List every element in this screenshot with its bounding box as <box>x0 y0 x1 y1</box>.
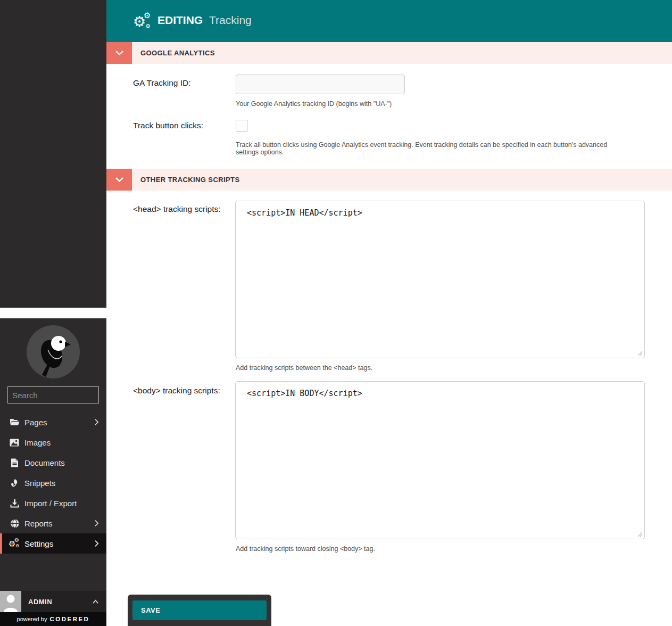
download-icon <box>9 499 20 508</box>
chevron-down-icon <box>115 177 124 183</box>
sidebar: Pages Images <box>0 318 106 626</box>
folder-open-icon <box>9 418 20 426</box>
chevron-right-icon[interactable] <box>94 520 99 527</box>
track-button-clicks-label: Track button clicks: <box>133 121 203 130</box>
track-button-clicks-help: Track all button clicks using Google Ana… <box>236 141 629 156</box>
powered-by-text: powered by <box>17 616 47 622</box>
save-button[interactable]: SAVE <box>132 600 267 620</box>
head-scripts-textarea[interactable]: <script>IN HEAD</script> <box>235 201 645 358</box>
head-scripts-label: <head> tracking scripts: <box>133 204 221 214</box>
page-title: EDITING Tracking <box>157 14 252 27</box>
body-scripts-label: <body> tracking scripts: <box>133 386 220 396</box>
page-title-mode: EDITING <box>157 14 203 26</box>
globe-icon <box>9 519 20 528</box>
collapse-section-button[interactable] <box>106 169 132 191</box>
sidebar-item-pages[interactable]: Pages <box>0 412 106 432</box>
section-title: GOOGLE ANALYTICS <box>140 42 215 64</box>
head-scripts-help: Add tracking scripts between the <head> … <box>236 364 372 372</box>
sidebar-spacer <box>0 0 106 308</box>
page-title-name: Tracking <box>209 14 252 26</box>
chevron-down-icon <box>115 50 124 56</box>
body-scripts-textarea[interactable]: <script>IN BODY</script> <box>235 381 645 539</box>
ga-tracking-id-label: GA Tracking ID: <box>133 78 191 88</box>
search-input[interactable] <box>8 391 122 400</box>
sidebar-item-label: Images <box>24 438 106 447</box>
cogs-icon: ⚙ ⚙ ⚙ <box>133 12 152 31</box>
sidebar-item-images[interactable]: Images <box>0 432 106 452</box>
page-header: ⚙ ⚙ ⚙ EDITING Tracking <box>106 0 672 42</box>
snippet-icon <box>9 479 20 488</box>
sidebar-item-import-export[interactable]: Import / Export <box>0 493 106 513</box>
section-other-tracking-scripts: OTHER TRACKING SCRIPTS <box>106 169 672 191</box>
sidebar-item-label: Documents <box>24 458 106 467</box>
collapse-section-button[interactable] <box>106 42 132 64</box>
body-scripts-help: Add tracking scripts toward closing <bod… <box>236 545 375 553</box>
sidebar-item-settings[interactable]: ⚙ ⚙ ⚙ Settings <box>0 533 106 554</box>
track-button-clicks-checkbox[interactable] <box>236 120 247 131</box>
sidebar-item-label: Settings <box>24 539 94 548</box>
sidebar-menu: Pages Images <box>0 412 106 554</box>
cogs-icon: ⚙ ⚙ ⚙ <box>9 538 20 549</box>
document-icon <box>9 458 20 467</box>
sidebar-item-label: Reports <box>24 519 94 528</box>
chevron-up-icon <box>92 599 99 604</box>
user-avatar <box>0 591 21 612</box>
codered-logo: CodeRed <box>49 616 89 622</box>
ga-tracking-id-help: Your Google Analytics tracking ID (begin… <box>236 100 392 108</box>
chevron-right-icon[interactable] <box>94 418 99 426</box>
chevron-right-icon[interactable] <box>94 540 99 547</box>
image-icon <box>9 439 20 447</box>
section-title: OTHER TRACKING SCRIPTS <box>140 169 239 191</box>
sidebar-item-snippets[interactable]: Snippets <box>0 473 106 493</box>
sidebar-search <box>7 386 99 403</box>
save-panel: SAVE <box>128 595 271 626</box>
account-menu[interactable]: ADMIN <box>0 591 106 612</box>
sidebar-item-label: Snippets <box>24 479 106 488</box>
sidebar-item-reports[interactable]: Reports <box>0 513 106 533</box>
sidebar-item-documents[interactable]: Documents <box>0 452 106 473</box>
sidebar-item-label: Import / Export <box>24 499 106 508</box>
head-scripts-wrap: <script>IN HEAD</script> <box>235 201 645 358</box>
main-content: ⚙ ⚙ ⚙ EDITING Tracking GOOGLE ANALYTICS … <box>106 0 672 626</box>
account-name: ADMIN <box>28 598 92 606</box>
wagtail-bird-icon <box>27 325 80 378</box>
sidebar-item-label: Pages <box>24 418 94 427</box>
powered-by: powered by CodeRed <box>0 612 106 626</box>
ga-tracking-id-field[interactable] <box>236 75 405 94</box>
body-scripts-wrap: <script>IN BODY</script> <box>235 381 645 539</box>
site-logo[interactable] <box>27 325 80 378</box>
section-google-analytics: GOOGLE ANALYTICS <box>106 42 672 64</box>
